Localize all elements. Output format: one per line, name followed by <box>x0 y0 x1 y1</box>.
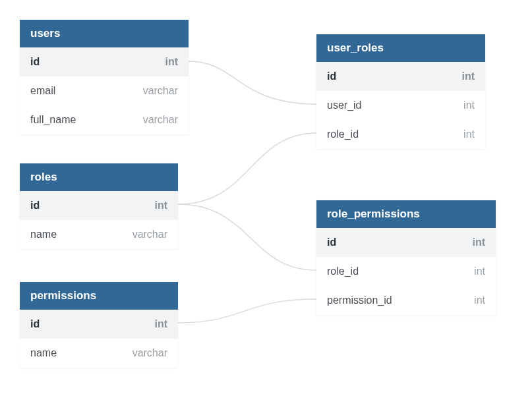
column-type: int <box>463 128 475 140</box>
rel-permissions-to-role-permissions <box>178 299 316 323</box>
rel-roles-to-user-roles <box>178 133 316 204</box>
table-role-permissions[interactable]: role_permissions id int role_id int perm… <box>316 200 496 315</box>
table-row: email varchar <box>20 76 189 105</box>
column-name: role_id <box>327 266 359 277</box>
column-name: id <box>327 237 336 248</box>
table-permissions[interactable]: permissions id int name varchar <box>20 282 178 368</box>
table-row: full_name varchar <box>20 105 189 134</box>
table-header: users <box>20 20 189 47</box>
rel-users-to-user-roles <box>189 61 316 104</box>
column-type: varchar <box>133 229 167 240</box>
table-row: role_id int <box>316 257 496 286</box>
column-type: varchar <box>143 114 178 126</box>
column-name: id <box>30 318 40 330</box>
column-name: user_id <box>327 99 361 111</box>
table-row: id int <box>316 228 496 257</box>
rel-roles-to-role-permissions <box>178 204 316 270</box>
column-type: int <box>474 266 485 277</box>
column-name: id <box>30 56 40 68</box>
table-row: id int <box>20 310 178 339</box>
column-name: id <box>327 70 336 82</box>
column-name: full_name <box>30 114 76 126</box>
table-roles[interactable]: roles id int name varchar <box>20 163 178 249</box>
table-row: id int <box>316 62 485 91</box>
table-header: roles <box>20 163 178 191</box>
table-row: name varchar <box>20 339 178 368</box>
column-type: int <box>463 99 475 111</box>
column-name: id <box>30 200 40 211</box>
table-row: id int <box>20 191 178 220</box>
column-name: role_id <box>327 128 359 140</box>
er-diagram-canvas: users id int email varchar full_name var… <box>0 0 532 394</box>
table-header: permissions <box>20 282 178 310</box>
column-type: int <box>461 70 475 82</box>
column-name: name <box>30 347 57 359</box>
column-type: int <box>154 200 167 211</box>
table-row: name varchar <box>20 220 178 249</box>
column-name: name <box>30 229 57 240</box>
table-header: role_permissions <box>316 200 496 228</box>
table-row: id int <box>20 47 189 76</box>
column-name: email <box>30 85 55 97</box>
column-type: varchar <box>143 85 178 97</box>
column-name: permission_id <box>327 295 392 306</box>
table-row: user_id int <box>316 91 485 120</box>
table-header: user_roles <box>316 34 485 62</box>
column-type: int <box>154 318 167 330</box>
column-type: int <box>165 56 178 68</box>
column-type: int <box>474 295 485 306</box>
table-user-roles[interactable]: user_roles id int user_id int role_id in… <box>316 34 485 149</box>
column-type: varchar <box>133 347 167 359</box>
table-row: permission_id int <box>316 286 496 315</box>
column-type: int <box>472 237 485 248</box>
table-row: role_id int <box>316 120 485 149</box>
table-users[interactable]: users id int email varchar full_name var… <box>20 20 189 134</box>
